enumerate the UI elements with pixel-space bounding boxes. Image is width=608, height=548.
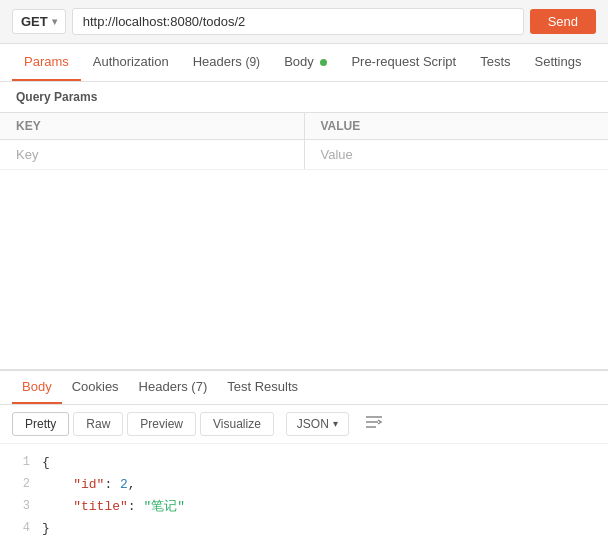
format-dropdown[interactable]: JSON ▾	[286, 412, 349, 436]
line-content-4: }	[42, 518, 50, 540]
tab-settings[interactable]: Settings	[523, 44, 594, 81]
format-btn-preview[interactable]: Preview	[127, 412, 196, 436]
format-btn-raw[interactable]: Raw	[73, 412, 123, 436]
request-tabs: Params Authorization Headers (9) Body Pr…	[0, 44, 608, 82]
code-line-3: 3 "title": "笔记"	[0, 496, 608, 518]
line-num-4: 4	[12, 518, 30, 540]
line-content-3: "title": "笔记"	[42, 496, 185, 518]
format-btn-visualize[interactable]: Visualize	[200, 412, 274, 436]
code-line-4: 4 }	[0, 518, 608, 540]
url-input[interactable]	[72, 8, 524, 35]
line-num-3: 3	[12, 496, 30, 518]
key-col-header: KEY	[0, 113, 304, 140]
line-num-2: 2	[12, 474, 30, 496]
format-dropdown-selected: JSON	[297, 417, 329, 431]
key-placeholder[interactable]: Key	[0, 140, 304, 170]
method-chevron: ▾	[52, 16, 57, 27]
tab-headers[interactable]: Headers (9)	[181, 44, 272, 81]
spacer	[0, 170, 608, 370]
response-tab-test-results[interactable]: Test Results	[217, 371, 308, 404]
response-tab-headers[interactable]: Headers (7)	[129, 371, 218, 404]
tab-body[interactable]: Body	[272, 44, 339, 81]
app-container: GET ▾ Send Params Authorization Headers …	[0, 0, 608, 548]
format-btn-pretty[interactable]: Pretty	[12, 412, 69, 436]
response-tab-body[interactable]: Body	[12, 371, 62, 404]
method-selector[interactable]: GET ▾	[12, 9, 66, 34]
line-content-1: {	[42, 452, 50, 474]
code-line-1: 1 {	[0, 452, 608, 474]
value-placeholder[interactable]: Value	[304, 140, 608, 170]
url-bar: GET ▾ Send	[0, 0, 608, 44]
params-table: KEY VALUE Key Value	[0, 112, 608, 170]
headers-badge: (9)	[245, 55, 260, 69]
code-line-2: 2 "id": 2,	[0, 474, 608, 496]
response-tab-cookies[interactable]: Cookies	[62, 371, 129, 404]
format-dropdown-chevron: ▾	[333, 418, 338, 429]
send-button[interactable]: Send	[530, 9, 596, 34]
query-params-title: Query Params	[0, 82, 608, 112]
method-label: GET	[21, 14, 48, 29]
line-content-2: "id": 2,	[42, 474, 136, 496]
tab-pre-request[interactable]: Pre-request Script	[339, 44, 468, 81]
tab-params[interactable]: Params	[12, 44, 81, 81]
table-row: Key Value	[0, 140, 608, 170]
code-block: 1 { 2 "id": 2, 3 "title": "笔记" 4 }	[0, 444, 608, 548]
wrap-icon[interactable]	[359, 411, 389, 437]
format-bar: Pretty Raw Preview Visualize JSON ▾	[0, 405, 608, 444]
tab-tests[interactable]: Tests	[468, 44, 522, 81]
line-num-1: 1	[12, 452, 30, 474]
response-tabs: Body Cookies Headers (7) Test Results	[0, 370, 608, 405]
body-dot	[320, 59, 327, 66]
tab-authorization[interactable]: Authorization	[81, 44, 181, 81]
response-section: Body Cookies Headers (7) Test Results Pr…	[0, 370, 608, 548]
value-col-header: VALUE	[304, 113, 608, 140]
